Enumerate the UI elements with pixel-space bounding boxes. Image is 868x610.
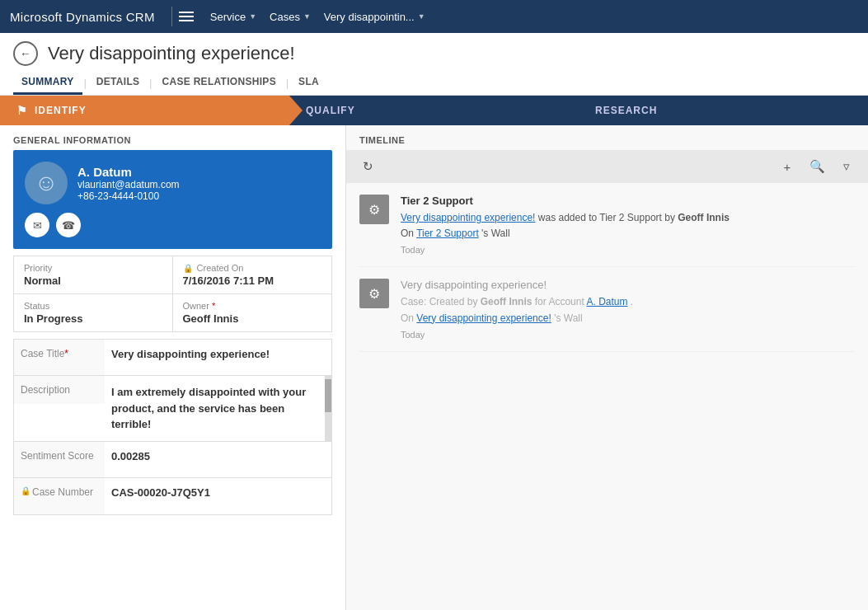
timeline-wall-link-1[interactable]: Tier 2 Support [416,228,479,239]
contact-card: ☺ A. Datum vlauriant@adatum.com +86-23-4… [13,150,332,249]
step-research[interactable]: RESEARCH [579,96,868,125]
timeline-icon-wrap: ⚙ [359,195,389,224]
case-number-value: CAS-00020-J7Q5Y1 [105,478,331,514]
step-qualify[interactable]: QUALIFY [289,96,579,125]
general-info-title: GENERAL INFORMATION [0,125,345,150]
back-button[interactable]: ← [13,41,38,66]
tab-case-relationships[interactable]: CASE RELATIONSHIPS [153,71,284,95]
timeline-body: Very disappointing experience! Case: Cre… [401,279,855,339]
timeline-item-title: Tier 2 Support [401,195,855,207]
info-grid: Priority Normal 🔒 Created On 7/16/2016 7… [13,256,332,332]
service-caret: ▼ [249,12,256,21]
timeline-link-1[interactable]: Very disappointing experience! [401,212,535,223]
timeline-account-link[interactable]: A. Datum [586,296,627,307]
timeline-item: ⚙ Very disappointing experience! Case: C… [359,267,855,351]
app-name: Microsoft Dynamics CRM [10,10,155,24]
current-caret: ▼ [418,12,425,21]
top-nav: Microsoft Dynamics CRM Service ▼ Cases ▼… [0,0,868,33]
contact-email: vlauriant@adatum.com [77,179,180,190]
step-identify[interactable]: ⚑ IDENTIFY [0,96,289,125]
avatar-icon: ☺ [35,170,59,196]
contact-name: A. Datum [77,165,180,179]
flag-icon: ⚑ [16,104,28,117]
timeline-refresh-button[interactable]: ↻ [356,155,379,178]
page-title: Very disappointing experience! [48,43,295,64]
case-title-row: Case Title * Very disappointing experien… [14,340,331,376]
tab-bar: SUMMARY | DETAILS | CASE RELATIONSHIPS |… [13,71,855,95]
case-number-lock: 🔒 [21,486,30,495]
owner-required-star: * [212,301,215,311]
scroll-bar[interactable] [325,376,331,441]
nav-cases[interactable]: Cases ▼ [263,0,317,33]
case-number-label: 🔒 Case Number [14,478,105,514]
cases-caret: ▼ [303,12,311,21]
status-cell: Status In Progress [14,294,173,331]
sentiment-label: Sentiment Score [14,442,105,477]
timeline-filter-button[interactable]: ▿ [835,155,858,178]
timeline-item-title: Very disappointing experience! [401,279,855,291]
case-number-row: 🔒 Case Number CAS-00020-J7Q5Y1 [14,478,331,514]
progress-bar: ⚑ IDENTIFY QUALIFY RESEARCH [0,96,868,125]
form-section: Case Title * Very disappointing experien… [13,339,332,515]
timeline-item-time: Today [401,330,855,340]
lock-icon: 🔒 [183,264,193,273]
main-content: GENERAL INFORMATION ☺ A. Datum vlauriant… [0,125,868,610]
tab-summary[interactable]: SUMMARY [13,71,82,95]
timeline-body: Tier 2 Support Very disappointing experi… [401,195,855,255]
case-title-value[interactable]: Very disappointing experience! [105,340,331,375]
email-button[interactable]: ✉ [25,213,49,237]
description-value[interactable]: I am extremely disappointed with your pr… [105,376,331,441]
gear-icon: ⚙ [368,286,380,302]
timeline-item-desc: Very disappointing experience! was added… [401,210,855,242]
description-row: Description I am extremely disappointed … [14,376,331,442]
page-header: ← Very disappointing experience! SUMMARY… [0,33,868,96]
priority-cell: Priority Normal [14,256,173,294]
timeline-wall-link-2[interactable]: Very disappointing experience! [416,312,551,324]
left-panel: GENERAL INFORMATION ☺ A. Datum vlauriant… [0,125,346,610]
timeline-header: ↻ + 🔍 ▿ [346,150,868,183]
timeline-add-button[interactable]: + [776,155,799,178]
gear-icon: ⚙ [368,202,380,218]
sentiment-value: 0.00285 [105,442,331,477]
created-on-cell: 🔒 Created On 7/16/2016 7:11 PM [173,256,332,294]
scroll-thumb [325,379,331,412]
sentiment-row: Sentiment Score 0.00285 [14,442,331,478]
phone-button[interactable]: ☎ [56,213,81,237]
nav-divider [171,7,172,26]
contact-info-row: ☺ A. Datum vlauriant@adatum.com +86-23-4… [25,162,321,204]
contact-actions: ✉ ☎ [25,213,321,237]
tab-sla[interactable]: SLA [290,71,327,95]
timeline-icon-wrap: ⚙ [359,279,389,308]
tab-details[interactable]: DETAILS [88,71,148,95]
description-label: Description [14,376,105,404]
timeline-content: ⚙ Tier 2 Support Very disappointing expe… [346,183,868,352]
nav-service[interactable]: Service ▼ [204,0,263,33]
timeline-item-time: Today [401,245,855,255]
timeline-search-button[interactable]: 🔍 [805,155,828,178]
timeline-title: TIMELINE [346,125,868,150]
timeline-item-desc: Case: Created by Geoff Innis for Account… [401,294,855,326]
owner-cell: Owner * Geoff Innis [173,294,332,331]
case-title-star: * [64,348,68,359]
contact-phone: +86-23-4444-0100 [77,190,180,202]
contact-details: A. Datum vlauriant@adatum.com +86-23-444… [77,165,180,202]
timeline-item: ⚙ Tier 2 Support Very disappointing expe… [359,183,855,267]
hamburger-menu[interactable] [176,8,197,25]
avatar: ☺ [25,162,68,204]
right-panel: TIMELINE ↻ + 🔍 ▿ ⚙ Tier 2 Support Very d… [346,125,868,610]
nav-current[interactable]: Very disappointin... ▼ [317,0,432,33]
case-title-label: Case Title * [14,340,105,375]
